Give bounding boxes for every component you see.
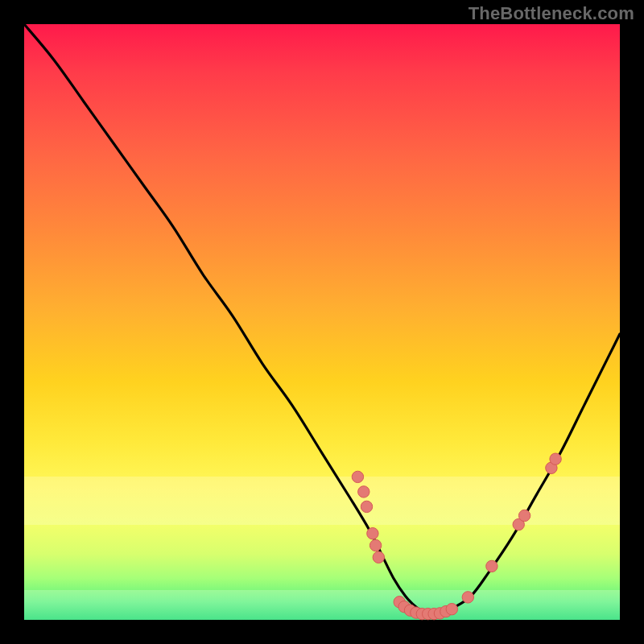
data-marker (446, 604, 457, 615)
data-marker (358, 486, 369, 497)
data-marker (367, 528, 378, 539)
data-marker (369, 539, 381, 551)
data-marker (373, 551, 384, 563)
data-markers (352, 453, 561, 620)
data-marker (361, 501, 372, 512)
chart-frame: TheBottleneck.com (0, 0, 644, 644)
bottleneck-chart (24, 24, 620, 620)
data-marker (462, 592, 473, 603)
data-marker (550, 453, 561, 464)
data-marker (352, 471, 363, 482)
plot-area (24, 24, 620, 620)
data-marker (486, 560, 497, 572)
bottleneck-curve (24, 24, 620, 615)
data-marker (518, 510, 530, 521)
attribution-text: TheBottleneck.com (469, 3, 634, 24)
